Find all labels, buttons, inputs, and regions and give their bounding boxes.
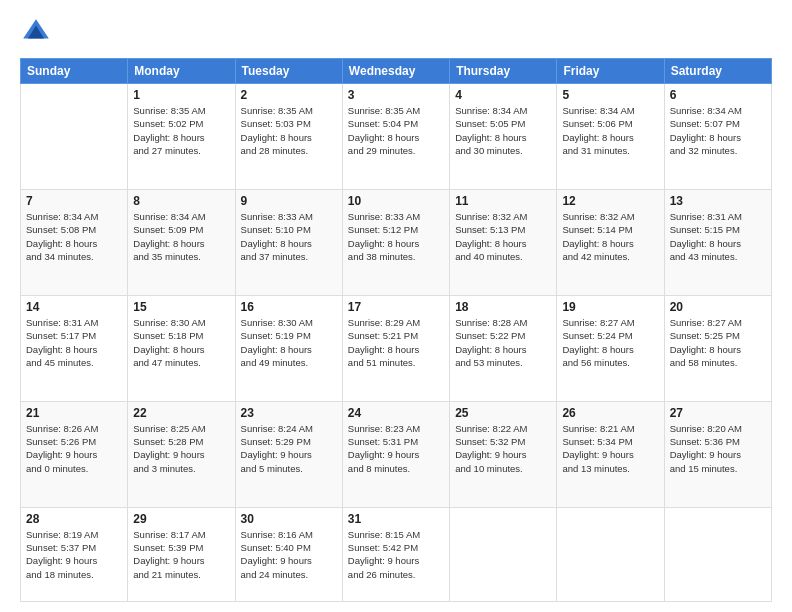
day-number: 19 [562,300,658,314]
calendar-cell: 16Sunrise: 8:30 AM Sunset: 5:19 PM Dayli… [235,295,342,401]
day-number: 13 [670,194,766,208]
day-number: 25 [455,406,551,420]
day-number: 10 [348,194,444,208]
day-number: 8 [133,194,229,208]
col-monday: Monday [128,59,235,84]
logo [20,16,56,48]
day-number: 24 [348,406,444,420]
calendar-cell [664,507,771,601]
day-number: 15 [133,300,229,314]
col-friday: Friday [557,59,664,84]
calendar-cell: 21Sunrise: 8:26 AM Sunset: 5:26 PM Dayli… [21,401,128,507]
day-info: Sunrise: 8:34 AM Sunset: 5:09 PM Dayligh… [133,210,229,263]
day-info: Sunrise: 8:22 AM Sunset: 5:32 PM Dayligh… [455,422,551,475]
day-number: 4 [455,88,551,102]
day-info: Sunrise: 8:24 AM Sunset: 5:29 PM Dayligh… [241,422,337,475]
calendar-cell: 28Sunrise: 8:19 AM Sunset: 5:37 PM Dayli… [21,507,128,601]
day-number: 21 [26,406,122,420]
day-info: Sunrise: 8:35 AM Sunset: 5:03 PM Dayligh… [241,104,337,157]
calendar-cell: 8Sunrise: 8:34 AM Sunset: 5:09 PM Daylig… [128,189,235,295]
calendar-cell: 22Sunrise: 8:25 AM Sunset: 5:28 PM Dayli… [128,401,235,507]
calendar-cell: 2Sunrise: 8:35 AM Sunset: 5:03 PM Daylig… [235,84,342,190]
day-number: 1 [133,88,229,102]
calendar-week-3: 14Sunrise: 8:31 AM Sunset: 5:17 PM Dayli… [21,295,772,401]
calendar-cell: 14Sunrise: 8:31 AM Sunset: 5:17 PM Dayli… [21,295,128,401]
calendar-cell [557,507,664,601]
day-info: Sunrise: 8:19 AM Sunset: 5:37 PM Dayligh… [26,528,122,581]
calendar-cell: 25Sunrise: 8:22 AM Sunset: 5:32 PM Dayli… [450,401,557,507]
header [20,16,772,48]
calendar-cell: 18Sunrise: 8:28 AM Sunset: 5:22 PM Dayli… [450,295,557,401]
day-number: 14 [26,300,122,314]
day-number: 23 [241,406,337,420]
calendar-cell: 1Sunrise: 8:35 AM Sunset: 5:02 PM Daylig… [128,84,235,190]
day-number: 12 [562,194,658,208]
calendar-cell: 19Sunrise: 8:27 AM Sunset: 5:24 PM Dayli… [557,295,664,401]
day-number: 29 [133,512,229,526]
calendar-cell: 30Sunrise: 8:16 AM Sunset: 5:40 PM Dayli… [235,507,342,601]
calendar-table: Sunday Monday Tuesday Wednesday Thursday… [20,58,772,602]
day-info: Sunrise: 8:34 AM Sunset: 5:08 PM Dayligh… [26,210,122,263]
calendar-cell: 31Sunrise: 8:15 AM Sunset: 5:42 PM Dayli… [342,507,449,601]
day-info: Sunrise: 8:31 AM Sunset: 5:17 PM Dayligh… [26,316,122,369]
day-info: Sunrise: 8:20 AM Sunset: 5:36 PM Dayligh… [670,422,766,475]
day-info: Sunrise: 8:30 AM Sunset: 5:19 PM Dayligh… [241,316,337,369]
calendar-cell: 12Sunrise: 8:32 AM Sunset: 5:14 PM Dayli… [557,189,664,295]
day-number: 30 [241,512,337,526]
calendar-week-2: 7Sunrise: 8:34 AM Sunset: 5:08 PM Daylig… [21,189,772,295]
day-info: Sunrise: 8:34 AM Sunset: 5:06 PM Dayligh… [562,104,658,157]
calendar-cell: 5Sunrise: 8:34 AM Sunset: 5:06 PM Daylig… [557,84,664,190]
calendar-week-5: 28Sunrise: 8:19 AM Sunset: 5:37 PM Dayli… [21,507,772,601]
day-info: Sunrise: 8:29 AM Sunset: 5:21 PM Dayligh… [348,316,444,369]
day-number: 7 [26,194,122,208]
calendar-cell: 7Sunrise: 8:34 AM Sunset: 5:08 PM Daylig… [21,189,128,295]
day-info: Sunrise: 8:16 AM Sunset: 5:40 PM Dayligh… [241,528,337,581]
day-info: Sunrise: 8:15 AM Sunset: 5:42 PM Dayligh… [348,528,444,581]
calendar-cell [450,507,557,601]
day-number: 22 [133,406,229,420]
col-saturday: Saturday [664,59,771,84]
calendar-cell: 9Sunrise: 8:33 AM Sunset: 5:10 PM Daylig… [235,189,342,295]
calendar-week-4: 21Sunrise: 8:26 AM Sunset: 5:26 PM Dayli… [21,401,772,507]
day-info: Sunrise: 8:27 AM Sunset: 5:25 PM Dayligh… [670,316,766,369]
day-number: 20 [670,300,766,314]
day-number: 2 [241,88,337,102]
day-number: 16 [241,300,337,314]
day-info: Sunrise: 8:28 AM Sunset: 5:22 PM Dayligh… [455,316,551,369]
day-info: Sunrise: 8:34 AM Sunset: 5:07 PM Dayligh… [670,104,766,157]
calendar-cell: 23Sunrise: 8:24 AM Sunset: 5:29 PM Dayli… [235,401,342,507]
day-number: 11 [455,194,551,208]
calendar-cell: 24Sunrise: 8:23 AM Sunset: 5:31 PM Dayli… [342,401,449,507]
day-info: Sunrise: 8:21 AM Sunset: 5:34 PM Dayligh… [562,422,658,475]
calendar-cell: 11Sunrise: 8:32 AM Sunset: 5:13 PM Dayli… [450,189,557,295]
calendar-week-1: 1Sunrise: 8:35 AM Sunset: 5:02 PM Daylig… [21,84,772,190]
day-info: Sunrise: 8:23 AM Sunset: 5:31 PM Dayligh… [348,422,444,475]
day-info: Sunrise: 8:35 AM Sunset: 5:04 PM Dayligh… [348,104,444,157]
calendar-cell [21,84,128,190]
day-info: Sunrise: 8:27 AM Sunset: 5:24 PM Dayligh… [562,316,658,369]
day-info: Sunrise: 8:25 AM Sunset: 5:28 PM Dayligh… [133,422,229,475]
day-number: 5 [562,88,658,102]
calendar-cell: 17Sunrise: 8:29 AM Sunset: 5:21 PM Dayli… [342,295,449,401]
page: Sunday Monday Tuesday Wednesday Thursday… [0,0,792,612]
day-info: Sunrise: 8:26 AM Sunset: 5:26 PM Dayligh… [26,422,122,475]
day-number: 28 [26,512,122,526]
logo-icon [20,16,52,48]
day-number: 18 [455,300,551,314]
day-info: Sunrise: 8:35 AM Sunset: 5:02 PM Dayligh… [133,104,229,157]
day-info: Sunrise: 8:34 AM Sunset: 5:05 PM Dayligh… [455,104,551,157]
calendar-cell: 26Sunrise: 8:21 AM Sunset: 5:34 PM Dayli… [557,401,664,507]
col-wednesday: Wednesday [342,59,449,84]
calendar-cell: 4Sunrise: 8:34 AM Sunset: 5:05 PM Daylig… [450,84,557,190]
col-thursday: Thursday [450,59,557,84]
col-tuesday: Tuesday [235,59,342,84]
day-info: Sunrise: 8:30 AM Sunset: 5:18 PM Dayligh… [133,316,229,369]
calendar-cell: 6Sunrise: 8:34 AM Sunset: 5:07 PM Daylig… [664,84,771,190]
day-info: Sunrise: 8:32 AM Sunset: 5:14 PM Dayligh… [562,210,658,263]
day-number: 9 [241,194,337,208]
calendar-cell: 29Sunrise: 8:17 AM Sunset: 5:39 PM Dayli… [128,507,235,601]
day-number: 3 [348,88,444,102]
calendar-cell: 13Sunrise: 8:31 AM Sunset: 5:15 PM Dayli… [664,189,771,295]
day-number: 17 [348,300,444,314]
calendar-cell: 27Sunrise: 8:20 AM Sunset: 5:36 PM Dayli… [664,401,771,507]
